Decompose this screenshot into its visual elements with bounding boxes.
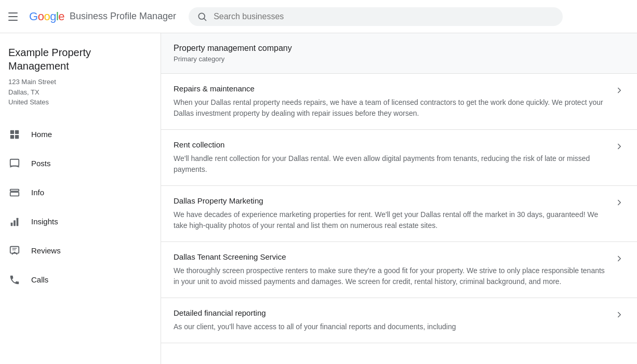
sidebar-item-posts-label: Posts [31,159,51,168]
svg-rect-13 [14,220,16,226]
service-card-repairs-desc: When your Dallas rental property needs r… [174,97,606,119]
svg-rect-3 [15,130,19,133]
svg-rect-14 [17,218,19,226]
chevron-right-icon [614,85,625,96]
primary-category-card: Property management company Primary cate… [161,33,637,74]
svg-rect-2 [10,130,14,133]
address-line3: United States [8,97,152,107]
logo-e: e [58,10,64,23]
address-line2: Dallas, TX [8,87,152,98]
service-card-financial-reporting[interactable]: Detailed financial reporting As our clie… [161,298,637,343]
service-card-marketing[interactable]: Dallas Property Marketing We have decade… [161,186,637,242]
home-icon [8,128,21,141]
service-card-tenant-screening-title: Dallas Tenant Screening Service [174,252,606,261]
search-icon [197,11,207,22]
search-input[interactable] [214,12,554,21]
chevron-right-icon [614,309,625,320]
nav-list: Home Posts [0,116,161,299]
logo-g2: g [50,10,56,23]
logo-o2: o [44,10,50,23]
service-card-marketing-desc: We have decades of experience marketing … [174,209,606,231]
logo-g: G [29,10,38,23]
service-card-repairs-title: Repairs & maintenance [174,84,606,93]
sidebar-item-info[interactable]: Info [0,178,161,207]
service-card-rent-collection-content: Rent collection We'll handle rent collec… [174,140,614,175]
service-card-rent-collection[interactable]: Rent collection We'll handle rent collec… [161,130,637,186]
service-card-marketing-title: Dallas Property Marketing [174,196,606,205]
svg-line-1 [204,18,206,20]
content-area: Property management company Primary cate… [161,33,637,364]
main-layout: Example Property Management 123 Main Str… [0,33,637,364]
chevron-right-icon [614,253,625,264]
info-icon [8,186,21,199]
sidebar-item-info-label: Info [31,188,44,197]
sidebar-item-home-label: Home [31,130,52,139]
service-card-marketing-content: Dallas Property Marketing We have decade… [174,196,614,231]
header: Google Business Profile Manager [0,0,637,33]
service-card-financial-reporting-title: Detailed financial reporting [174,308,606,317]
sidebar-item-insights-label: Insights [31,217,58,226]
chevron-right-icon [614,141,625,152]
sidebar: Example Property Management 123 Main Str… [0,33,161,364]
svg-rect-11 [10,192,19,196]
svg-rect-10 [10,189,19,191]
business-info: Example Property Management 123 Main Str… [0,33,161,116]
service-card-tenant-screening-content: Dallas Tenant Screening Service We thoro… [174,252,614,287]
app-title: Business Profile Manager [70,11,176,22]
sidebar-item-calls[interactable]: Calls [0,265,161,294]
primary-category-title: Property management company [174,44,625,53]
calls-icon [8,274,21,286]
sidebar-item-reviews-label: Reviews [31,246,61,255]
svg-rect-5 [15,134,19,138]
logo-o1: o [38,10,44,23]
service-card-financial-reporting-content: Detailed financial reporting As our clie… [174,308,614,332]
sidebar-item-calls-label: Calls [31,275,48,284]
insights-icon [8,215,21,228]
search-bar [189,7,563,26]
address-line1: 123 Main Street [8,77,152,87]
reviews-icon [8,245,21,257]
service-card-tenant-screening[interactable]: Dallas Tenant Screening Service We thoro… [161,242,637,298]
service-card-repairs[interactable]: Repairs & maintenance When your Dallas r… [161,74,637,130]
chevron-right-icon [614,197,625,208]
business-name: Example Property Management [8,46,152,73]
sidebar-item-home[interactable]: Home [0,120,161,149]
svg-rect-6 [10,159,19,166]
sidebar-item-posts[interactable]: Posts [0,149,161,178]
service-card-financial-reporting-desc: As our client, you'll have access to all… [174,321,606,332]
service-card-repairs-content: Repairs & maintenance When your Dallas r… [174,84,614,119]
service-card-rent-collection-title: Rent collection [174,140,606,149]
primary-category-subtitle: Primary category [174,55,625,63]
svg-rect-4 [10,134,14,138]
sidebar-item-reviews[interactable]: Reviews [0,236,161,265]
posts-icon [8,157,21,170]
svg-rect-12 [11,222,13,225]
menu-icon[interactable] [8,10,21,23]
service-card-rent-collection-desc: We'll handle rent collection for your Da… [174,153,606,175]
sidebar-item-insights[interactable]: Insights [0,207,161,236]
service-card-tenant-screening-desc: We thoroughly screen prospective renters… [174,265,606,287]
google-logo: Google [29,10,64,23]
business-address: 123 Main Street Dallas, TX United States [8,77,152,107]
